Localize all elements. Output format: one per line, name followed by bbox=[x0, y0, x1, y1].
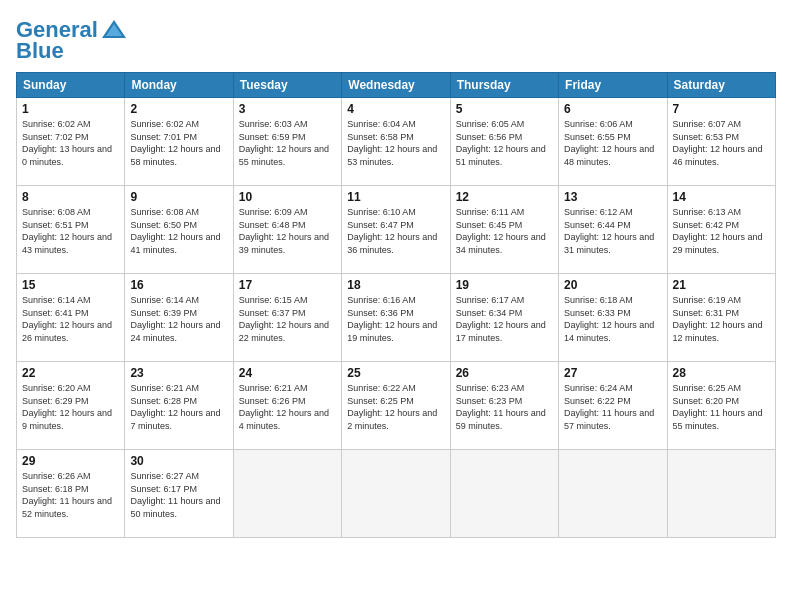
sunrise: Sunrise: 6:23 AM bbox=[456, 383, 525, 393]
calendar-cell: 26 Sunrise: 6:23 AM Sunset: 6:23 PM Dayl… bbox=[450, 362, 558, 450]
sunset: Sunset: 6:31 PM bbox=[673, 308, 740, 318]
sunrise: Sunrise: 6:26 AM bbox=[22, 471, 91, 481]
sunrise: Sunrise: 6:16 AM bbox=[347, 295, 416, 305]
day-info: Sunrise: 6:09 AM Sunset: 6:48 PM Dayligh… bbox=[239, 206, 336, 256]
sunset: Sunset: 6:34 PM bbox=[456, 308, 523, 318]
calendar-cell: 2 Sunrise: 6:02 AM Sunset: 7:01 PM Dayli… bbox=[125, 98, 233, 186]
calendar-cell: 30 Sunrise: 6:27 AM Sunset: 6:17 PM Dayl… bbox=[125, 450, 233, 538]
sunrise: Sunrise: 6:17 AM bbox=[456, 295, 525, 305]
sunrise: Sunrise: 6:12 AM bbox=[564, 207, 633, 217]
sunset: Sunset: 7:01 PM bbox=[130, 132, 197, 142]
calendar-cell: 25 Sunrise: 6:22 AM Sunset: 6:25 PM Dayl… bbox=[342, 362, 450, 450]
daylight: Daylight: 12 hours and 24 minutes. bbox=[130, 320, 220, 343]
day-info: Sunrise: 6:23 AM Sunset: 6:23 PM Dayligh… bbox=[456, 382, 553, 432]
day-number: 22 bbox=[22, 366, 119, 380]
sunrise: Sunrise: 6:18 AM bbox=[564, 295, 633, 305]
calendar-cell: 3 Sunrise: 6:03 AM Sunset: 6:59 PM Dayli… bbox=[233, 98, 341, 186]
day-number: 2 bbox=[130, 102, 227, 116]
sunrise: Sunrise: 6:03 AM bbox=[239, 119, 308, 129]
day-info: Sunrise: 6:03 AM Sunset: 6:59 PM Dayligh… bbox=[239, 118, 336, 168]
sunrise: Sunrise: 6:24 AM bbox=[564, 383, 633, 393]
daylight: Daylight: 12 hours and 48 minutes. bbox=[564, 144, 654, 167]
sunset: Sunset: 6:58 PM bbox=[347, 132, 414, 142]
day-info: Sunrise: 6:12 AM Sunset: 6:44 PM Dayligh… bbox=[564, 206, 661, 256]
day-info: Sunrise: 6:08 AM Sunset: 6:51 PM Dayligh… bbox=[22, 206, 119, 256]
sunset: Sunset: 6:28 PM bbox=[130, 396, 197, 406]
day-number: 21 bbox=[673, 278, 770, 292]
sunrise: Sunrise: 6:21 AM bbox=[130, 383, 199, 393]
day-info: Sunrise: 6:18 AM Sunset: 6:33 PM Dayligh… bbox=[564, 294, 661, 344]
col-header-monday: Monday bbox=[125, 73, 233, 98]
day-info: Sunrise: 6:08 AM Sunset: 6:50 PM Dayligh… bbox=[130, 206, 227, 256]
sunset: Sunset: 6:37 PM bbox=[239, 308, 306, 318]
calendar-week-4: 22 Sunrise: 6:20 AM Sunset: 6:29 PM Dayl… bbox=[17, 362, 776, 450]
daylight: Daylight: 12 hours and 17 minutes. bbox=[456, 320, 546, 343]
calendar-cell: 4 Sunrise: 6:04 AM Sunset: 6:58 PM Dayli… bbox=[342, 98, 450, 186]
day-number: 1 bbox=[22, 102, 119, 116]
day-number: 7 bbox=[673, 102, 770, 116]
calendar-cell: 19 Sunrise: 6:17 AM Sunset: 6:34 PM Dayl… bbox=[450, 274, 558, 362]
day-number: 19 bbox=[456, 278, 553, 292]
day-number: 4 bbox=[347, 102, 444, 116]
logo: General Blue bbox=[16, 16, 128, 62]
calendar-cell bbox=[342, 450, 450, 538]
calendar: SundayMondayTuesdayWednesdayThursdayFrid… bbox=[16, 72, 776, 538]
calendar-cell bbox=[233, 450, 341, 538]
sunset: Sunset: 6:42 PM bbox=[673, 220, 740, 230]
daylight: Daylight: 12 hours and 9 minutes. bbox=[22, 408, 112, 431]
calendar-cell: 24 Sunrise: 6:21 AM Sunset: 6:26 PM Dayl… bbox=[233, 362, 341, 450]
calendar-cell: 14 Sunrise: 6:13 AM Sunset: 6:42 PM Dayl… bbox=[667, 186, 775, 274]
sunrise: Sunrise: 6:09 AM bbox=[239, 207, 308, 217]
calendar-cell: 6 Sunrise: 6:06 AM Sunset: 6:55 PM Dayli… bbox=[559, 98, 667, 186]
sunset: Sunset: 6:53 PM bbox=[673, 132, 740, 142]
calendar-cell: 11 Sunrise: 6:10 AM Sunset: 6:47 PM Dayl… bbox=[342, 186, 450, 274]
daylight: Daylight: 12 hours and 55 minutes. bbox=[239, 144, 329, 167]
sunset: Sunset: 6:23 PM bbox=[456, 396, 523, 406]
day-number: 10 bbox=[239, 190, 336, 204]
day-info: Sunrise: 6:13 AM Sunset: 6:42 PM Dayligh… bbox=[673, 206, 770, 256]
calendar-cell: 28 Sunrise: 6:25 AM Sunset: 6:20 PM Dayl… bbox=[667, 362, 775, 450]
day-info: Sunrise: 6:24 AM Sunset: 6:22 PM Dayligh… bbox=[564, 382, 661, 432]
sunset: Sunset: 6:41 PM bbox=[22, 308, 89, 318]
sunrise: Sunrise: 6:11 AM bbox=[456, 207, 525, 217]
col-header-sunday: Sunday bbox=[17, 73, 125, 98]
calendar-week-3: 15 Sunrise: 6:14 AM Sunset: 6:41 PM Dayl… bbox=[17, 274, 776, 362]
day-info: Sunrise: 6:21 AM Sunset: 6:28 PM Dayligh… bbox=[130, 382, 227, 432]
sunrise: Sunrise: 6:21 AM bbox=[239, 383, 308, 393]
sunset: Sunset: 6:29 PM bbox=[22, 396, 89, 406]
sunset: Sunset: 7:02 PM bbox=[22, 132, 89, 142]
daylight: Daylight: 12 hours and 31 minutes. bbox=[564, 232, 654, 255]
sunrise: Sunrise: 6:13 AM bbox=[673, 207, 742, 217]
calendar-cell: 23 Sunrise: 6:21 AM Sunset: 6:28 PM Dayl… bbox=[125, 362, 233, 450]
day-info: Sunrise: 6:06 AM Sunset: 6:55 PM Dayligh… bbox=[564, 118, 661, 168]
sunset: Sunset: 6:36 PM bbox=[347, 308, 414, 318]
header: General Blue bbox=[16, 16, 776, 62]
sunset: Sunset: 6:51 PM bbox=[22, 220, 89, 230]
day-info: Sunrise: 6:07 AM Sunset: 6:53 PM Dayligh… bbox=[673, 118, 770, 168]
day-info: Sunrise: 6:26 AM Sunset: 6:18 PM Dayligh… bbox=[22, 470, 119, 520]
daylight: Daylight: 11 hours and 55 minutes. bbox=[673, 408, 763, 431]
calendar-cell: 13 Sunrise: 6:12 AM Sunset: 6:44 PM Dayl… bbox=[559, 186, 667, 274]
day-number: 5 bbox=[456, 102, 553, 116]
calendar-cell: 10 Sunrise: 6:09 AM Sunset: 6:48 PM Dayl… bbox=[233, 186, 341, 274]
day-number: 14 bbox=[673, 190, 770, 204]
daylight: Daylight: 13 hours and 0 minutes. bbox=[22, 144, 112, 167]
sunrise: Sunrise: 6:06 AM bbox=[564, 119, 633, 129]
page: General Blue SundayMondayTuesdayWednesda… bbox=[0, 0, 792, 612]
daylight: Daylight: 12 hours and 12 minutes. bbox=[673, 320, 763, 343]
day-info: Sunrise: 6:02 AM Sunset: 7:01 PM Dayligh… bbox=[130, 118, 227, 168]
col-header-friday: Friday bbox=[559, 73, 667, 98]
sunset: Sunset: 6:48 PM bbox=[239, 220, 306, 230]
day-info: Sunrise: 6:10 AM Sunset: 6:47 PM Dayligh… bbox=[347, 206, 444, 256]
day-info: Sunrise: 6:19 AM Sunset: 6:31 PM Dayligh… bbox=[673, 294, 770, 344]
day-number: 3 bbox=[239, 102, 336, 116]
daylight: Daylight: 11 hours and 50 minutes. bbox=[130, 496, 220, 519]
day-number: 30 bbox=[130, 454, 227, 468]
sunrise: Sunrise: 6:05 AM bbox=[456, 119, 525, 129]
daylight: Daylight: 12 hours and 36 minutes. bbox=[347, 232, 437, 255]
sunset: Sunset: 6:17 PM bbox=[130, 484, 197, 494]
daylight: Daylight: 12 hours and 29 minutes. bbox=[673, 232, 763, 255]
sunset: Sunset: 6:20 PM bbox=[673, 396, 740, 406]
col-header-saturday: Saturday bbox=[667, 73, 775, 98]
sunrise: Sunrise: 6:25 AM bbox=[673, 383, 742, 393]
